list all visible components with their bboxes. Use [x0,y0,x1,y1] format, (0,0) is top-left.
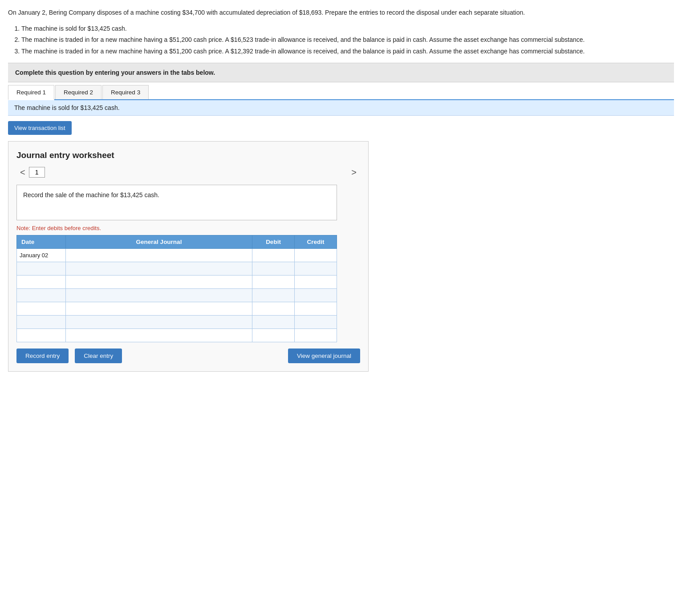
credit-input[interactable] [297,316,334,328]
next-page-button[interactable]: > [348,166,360,178]
credit-input[interactable] [297,289,334,301]
credit-input[interactable] [297,276,334,288]
date-cell [17,288,66,302]
table-row [17,328,337,342]
view-transaction-list-button[interactable]: View transaction list [8,121,72,135]
general-journal-cell[interactable] [66,262,252,275]
debit-cell[interactable] [252,288,295,302]
journal-table: Date General Journal Debit Credit Januar… [16,235,337,342]
debit-cell[interactable] [252,275,295,288]
credit-input[interactable] [297,302,334,315]
worksheet-title: Journal entry worksheet [16,150,360,160]
general-journal-input[interactable] [69,329,249,341]
tab-required-2[interactable]: Required 2 [55,85,101,99]
general-journal-input[interactable] [69,316,249,328]
entry-description-box: Record the sale of the machine for $13,4… [16,185,337,220]
prev-page-button[interactable]: < [16,166,29,178]
debit-cell[interactable] [252,302,295,315]
clear-entry-button[interactable]: Clear entry [75,349,122,363]
debit-input[interactable] [255,302,292,315]
date-cell [17,275,66,288]
list-item-2: The machine is traded in for a new machi… [21,35,674,45]
credit-cell[interactable] [295,328,337,342]
note-text: Note: Enter debits before credits. [16,225,360,231]
general-journal-input[interactable] [69,289,249,301]
tab-content-text: The machine is sold for $13,425 cash. [14,104,120,111]
credit-cell[interactable] [295,275,337,288]
general-journal-input[interactable] [69,249,249,261]
instruction-box: Complete this question by entering your … [8,63,674,82]
record-entry-button[interactable]: Record entry [16,349,69,363]
debit-cell[interactable] [252,315,295,328]
general-journal-cell[interactable] [66,315,252,328]
list-item-3: The machine is traded in for a new machi… [21,47,674,57]
button-row: Record entry Clear entry View general jo… [16,349,360,363]
general-journal-cell[interactable] [66,275,252,288]
credit-cell[interactable] [295,288,337,302]
debit-input[interactable] [255,262,292,275]
credit-input[interactable] [297,329,334,341]
general-journal-cell[interactable] [66,288,252,302]
debit-cell[interactable] [252,248,295,262]
debit-cell[interactable] [252,328,295,342]
intro-paragraph: On January 2, Bering Company disposes of… [8,8,674,18]
journal-entry-worksheet-card: Journal entry worksheet < > Record the s… [8,141,369,372]
view-general-journal-button[interactable]: View general journal [288,349,360,363]
table-row [17,275,337,288]
tab-required-3[interactable]: Required 3 [102,85,149,99]
date-cell: January 02 [17,248,66,262]
credit-cell[interactable] [295,315,337,328]
general-journal-input[interactable] [69,276,249,288]
credit-cell[interactable] [295,248,337,262]
tabs-row: Required 1 Required 2 Required 3 [8,82,674,100]
entry-description-text: Record the sale of the machine for $13,4… [23,191,159,199]
table-row [17,288,337,302]
debit-input[interactable] [255,329,292,341]
date-cell [17,315,66,328]
col-header-credit: Credit [295,235,337,248]
nav-row: < > [16,166,360,178]
tab-required-1[interactable]: Required 1 [8,85,54,100]
tab-content-label: The machine is sold for $13,425 cash. [8,100,674,116]
general-journal-cell[interactable] [66,328,252,342]
table-row: January 02 [17,248,337,262]
debit-input[interactable] [255,249,292,261]
credit-cell[interactable] [295,302,337,315]
numbered-list: The machine is sold for $13,425 cash. Th… [21,24,674,57]
instruction-text: Complete this question by entering your … [15,69,215,76]
list-item-1: The machine is sold for $13,425 cash. [21,24,674,34]
col-header-debit: Debit [252,235,295,248]
debit-input[interactable] [255,276,292,288]
table-row [17,262,337,275]
col-header-general-journal: General Journal [66,235,252,248]
debit-input[interactable] [255,289,292,301]
table-row [17,315,337,328]
date-cell [17,302,66,315]
date-cell [17,262,66,275]
debit-cell[interactable] [252,262,295,275]
debit-input[interactable] [255,316,292,328]
general-journal-input[interactable] [69,262,249,275]
general-journal-cell[interactable] [66,302,252,315]
table-row [17,302,337,315]
credit-input[interactable] [297,262,334,275]
general-journal-cell[interactable] [66,248,252,262]
general-journal-input[interactable] [69,302,249,315]
col-header-date: Date [17,235,66,248]
credit-input[interactable] [297,249,334,261]
page-number-input[interactable] [29,167,45,178]
date-cell [17,328,66,342]
credit-cell[interactable] [295,262,337,275]
